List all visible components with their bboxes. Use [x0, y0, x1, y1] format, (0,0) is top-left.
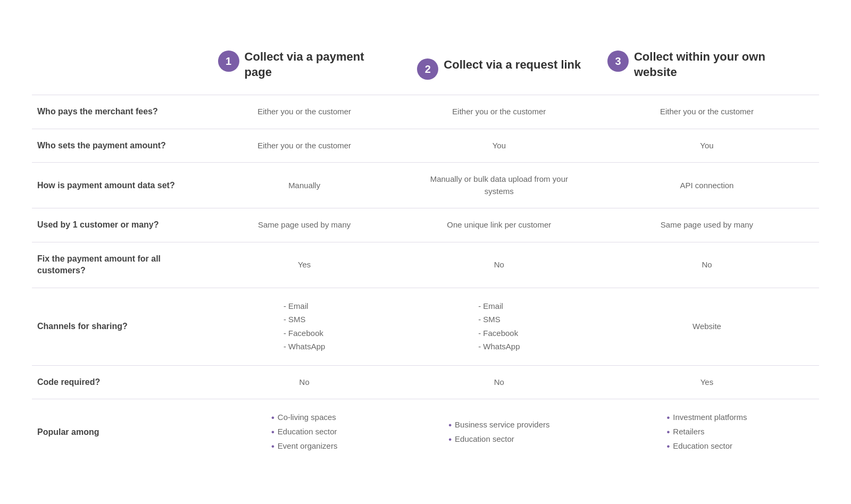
- cell-value: Same page used by many: [595, 208, 819, 242]
- cell-value: Manually: [205, 163, 404, 208]
- popular-item: •Education sector: [271, 426, 338, 439]
- channel-item: - Facebook: [478, 327, 520, 340]
- table-row: How is payment amount data set?ManuallyM…: [32, 163, 819, 208]
- col3-title: Collect within your own website: [634, 49, 806, 80]
- col1-number: 1: [218, 51, 239, 72]
- cell-value: No: [205, 365, 404, 399]
- row-label-0: Who pays the merchant fees?: [32, 95, 205, 129]
- popular-item: •Co-living spaces: [271, 411, 338, 424]
- row-label-text: Fix the payment amount for all customers…: [37, 254, 161, 275]
- cell-value: Either you or the customer: [205, 95, 404, 129]
- popular-item: •Event organizers: [271, 440, 338, 453]
- header-col3: 3 Collect within your own website: [595, 39, 819, 95]
- col3-number: 3: [607, 51, 629, 72]
- col2-number: 2: [417, 58, 438, 80]
- cell-value: Either you or the customer: [404, 95, 595, 129]
- popular-item: •Investment platforms: [666, 411, 747, 424]
- table-row: Used by 1 customer or many?Same page use…: [32, 208, 819, 242]
- row-label-text: Popular among: [37, 427, 99, 436]
- popular-item-text: Investment platforms: [673, 411, 747, 424]
- col2-title: Collect via a request link: [444, 57, 581, 73]
- popular-item-text: Education sector: [673, 440, 732, 452]
- row-label-text: How is payment amount data set?: [37, 181, 175, 190]
- row-label-text: Who pays the merchant fees?: [37, 107, 158, 116]
- row-label-7: Popular among: [32, 399, 205, 465]
- row-label-5: Channels for sharing?: [32, 288, 205, 365]
- popular-item: •Education sector: [448, 433, 549, 446]
- row-label-2: How is payment amount data set?: [32, 163, 205, 208]
- popular-item: •Retailers: [666, 426, 747, 439]
- popular-item-text: Education sector: [278, 426, 337, 438]
- row-label-text: Channels for sharing?: [37, 322, 128, 331]
- header-row-label: [32, 39, 205, 95]
- row-label-4: Fix the payment amount for all customers…: [32, 242, 205, 288]
- cell-value: Yes: [205, 242, 404, 288]
- table-row: Channels for sharing?- Email- SMS- Faceb…: [32, 288, 819, 365]
- cell-value: Website: [595, 288, 819, 365]
- popular-item: •Business service providers: [448, 419, 549, 432]
- cell-value: API connection: [595, 163, 819, 208]
- channel-item: - Facebook: [283, 327, 325, 340]
- cell-value: Yes: [595, 365, 819, 399]
- col1-title: Collect via a payment page: [245, 49, 391, 80]
- row-label-text: Code required?: [37, 377, 100, 387]
- channel-item: - Email: [283, 300, 325, 313]
- cell-value: Either you or the customer: [205, 129, 404, 163]
- channel-item: - SMS: [283, 314, 325, 326]
- channel-item: - Email: [478, 300, 520, 313]
- cell-value: You: [595, 129, 819, 163]
- popular-item-text: Event organizers: [278, 440, 338, 452]
- cell-value: Manually or bulk data upload from your s…: [404, 163, 595, 208]
- table-row: Who pays the merchant fees?Either you or…: [32, 95, 819, 129]
- header-col2: 2 Collect via a request link: [404, 39, 595, 95]
- cell-value: No: [404, 365, 595, 399]
- table-row: Code required?NoNoYes: [32, 365, 819, 399]
- popular-item: •Education sector: [666, 440, 747, 453]
- popular-item-text: Business service providers: [455, 419, 549, 431]
- row-label-6: Code required?: [32, 365, 205, 399]
- table-row: Popular among•Co-living spaces•Education…: [32, 399, 819, 465]
- channel-item: - SMS: [478, 314, 520, 326]
- row-label-3: Used by 1 customer or many?: [32, 208, 205, 242]
- row-label-1: Who sets the payment amount?: [32, 129, 205, 163]
- row-label-text: Used by 1 customer or many?: [37, 220, 159, 229]
- popular-item-text: Retailers: [673, 426, 704, 438]
- table-row: Who sets the payment amount?Either you o…: [32, 129, 819, 163]
- row-label-text: Who sets the payment amount?: [37, 141, 166, 150]
- popular-item-text: Co-living spaces: [278, 411, 336, 424]
- table-row: Fix the payment amount for all customers…: [32, 242, 819, 288]
- cell-value: No: [595, 242, 819, 288]
- cell-value: You: [404, 129, 595, 163]
- header-col1: 1 Collect via a payment page: [205, 39, 404, 95]
- cell-value: One unique link per customer: [404, 208, 595, 242]
- cell-value: No: [404, 242, 595, 288]
- comparison-table: 1 Collect via a payment page 2 Collect v…: [32, 39, 819, 465]
- channel-item: - WhatsApp: [283, 341, 325, 353]
- channel-item: - WhatsApp: [478, 341, 520, 353]
- cell-value: Either you or the customer: [595, 95, 819, 129]
- cell-value: Same page used by many: [205, 208, 404, 242]
- popular-item-text: Education sector: [455, 433, 514, 446]
